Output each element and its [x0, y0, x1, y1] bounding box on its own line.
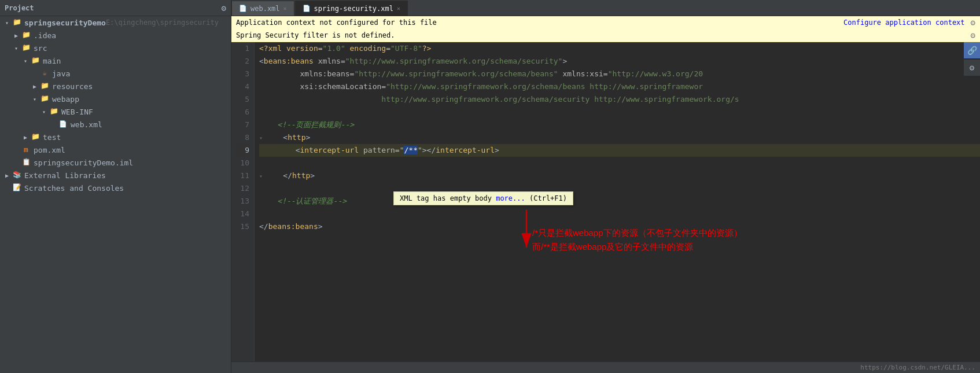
tooltip-text: XML tag has empty body: [400, 194, 496, 202]
line-number-8: 8: [236, 131, 249, 144]
sidebar-item-label: springsecurityDemo: [24, 19, 106, 27]
sidebar-item-external-libs[interactable]: ▶📚External Libraries: [0, 169, 231, 182]
tab-web-xml-icon: 📄: [239, 5, 247, 12]
sidebar-item-src[interactable]: ▾📁src: [0, 42, 231, 54]
code-line-1: <?xml version="1.0" encoding="UTF-8"?>: [259, 42, 980, 55]
line-number-6: 6: [236, 106, 249, 119]
sidebar-item-label: web.xml: [71, 120, 102, 129]
sidebar-item-label: .idea: [34, 31, 56, 40]
line-number-14: 14: [236, 208, 249, 220]
tooltip-more-link[interactable]: more...: [496, 194, 525, 202]
warning-context-text: Application context not configured for t…: [236, 19, 437, 27]
folder-icon: 📁: [21, 31, 31, 40]
tab-spring-security-label: spring-security.xml: [314, 5, 393, 13]
line-number-15: 15: [236, 220, 249, 233]
sidebar-item-label: External Libraries: [24, 171, 106, 180]
fold-icon[interactable]: ▾: [259, 173, 263, 179]
tooltip-shortcut: (Ctrl+F1): [529, 194, 567, 202]
arrow-icon: ▶: [12, 32, 21, 39]
line-number-2: 2: [236, 55, 249, 68]
line-number-9: 9: [236, 144, 249, 157]
sidebar-item-test[interactable]: ▶📁test: [0, 131, 231, 143]
sidebar-item-label: main: [43, 57, 61, 65]
arrow-icon: ▶: [21, 134, 30, 141]
sidebar-item-label: test: [43, 133, 61, 142]
settings-button[interactable]: ⚙: [964, 60, 980, 76]
arrow-icon: ▾: [30, 96, 39, 102]
folder-icon: 📁: [39, 82, 50, 91]
code-line-9: <intercept-url pattern="/**"></intercept…: [259, 144, 980, 157]
line-number-12: 12: [236, 182, 249, 195]
sidebar-item-label: src: [34, 44, 47, 53]
code-line-4: xsi:schemaLocation="http://www.springfra…: [259, 80, 980, 93]
tab-web-xml-label: web.xml: [250, 5, 280, 13]
sidebar-item-label: webapp: [52, 95, 79, 104]
status-bar: https://blog.csdn.net/GLEIA...: [231, 361, 980, 373]
sidebar-item-label: Scratches and Consoles: [24, 184, 124, 193]
warning-filter-text: Spring Security filter is not defined.: [236, 31, 395, 39]
sidebar-item-springsecuritydemo[interactable]: ▾📁springsecurityDemo E:\qingcheng\spring…: [0, 16, 231, 29]
tab-bar: 📄 web.xml ✕ 📄 spring-security.xml ✕: [231, 0, 980, 16]
code-line-10: [259, 157, 980, 169]
code-line-13: <!--认证管理器-->: [259, 195, 980, 208]
sidebar-item-label: pom.xml: [34, 146, 65, 154]
fold-icon[interactable]: ▾: [259, 135, 263, 141]
sidebar-item-web-inf[interactable]: ▾📁WEB-INF: [0, 105, 231, 118]
xml-icon: 📄: [58, 120, 68, 129]
sidebar-settings-icon[interactable]: ⚙: [222, 3, 226, 13]
line-number-3: 3: [236, 68, 249, 80]
code-line-6: [259, 106, 980, 119]
line-number-4: 4: [236, 80, 249, 93]
tab-web-xml-close[interactable]: ✕: [283, 5, 287, 12]
sidebar-item-pom-xml[interactable]: mpom.xml: [0, 143, 231, 156]
pom-icon: m: [21, 145, 31, 154]
sidebar-item-webapp[interactable]: ▾📁webapp: [0, 93, 231, 105]
tab-spring-security-close[interactable]: ✕: [397, 5, 400, 12]
sidebar-item-main[interactable]: ▾📁main: [0, 54, 231, 67]
tooltip-popup: XML tag has empty body more... (Ctrl+F1): [393, 191, 573, 205]
file-tree: ▾📁springsecurityDemo E:\qingcheng\spring…: [0, 16, 231, 194]
line-number-10: 10: [236, 157, 249, 169]
code-line-8: ▾ <http>: [259, 131, 980, 144]
annotation-line1: /*只是拦截webapp下的资源（不包子文件夹中的资源）: [532, 226, 742, 240]
sync-button[interactable]: 🔗: [964, 42, 980, 58]
code-line-2: <beans:beans xmlns="http://www.springfra…: [259, 55, 980, 68]
sidebar-item-java[interactable]: ☕java: [0, 67, 231, 80]
code-editor[interactable]: 123456789101112131415 <?xml version="1.0…: [231, 42, 980, 361]
sidebar-item-label: resources: [52, 82, 93, 91]
warning-gear-icon[interactable]: ⚙: [971, 18, 975, 27]
editor-action-buttons: 🔗 ⚙: [964, 42, 980, 76]
folder-icon: 📁: [39, 94, 50, 104]
warning-filter-gear-icon[interactable]: ⚙: [971, 31, 975, 40]
sidebar-title: Project: [5, 4, 219, 12]
project-icon: 📁: [12, 18, 22, 27]
tab-web-xml[interactable]: 📄 web.xml ✕: [231, 1, 294, 16]
warning-context: Application context not configured for t…: [231, 16, 980, 29]
sidebar-item-idea[interactable]: ▶📁.idea: [0, 29, 231, 42]
line-number-11: 11: [236, 169, 249, 182]
arrow-icon: ▶: [30, 83, 39, 90]
configure-context-link[interactable]: Configure application context: [843, 19, 965, 27]
warning-filter: Spring Security filter is not defined. ⚙: [231, 29, 980, 42]
code-line-5: http://www.springframework.org/schema/se…: [259, 93, 980, 106]
sidebar-item-web-xml[interactable]: 📄web.xml: [0, 118, 231, 131]
status-url: https://blog.csdn.net/GLEIA...: [860, 364, 975, 371]
sidebar-header: Project ⚙: [0, 0, 231, 16]
folder-icon: 📝: [12, 183, 22, 193]
code-line-11: ▾ </http>: [259, 169, 980, 182]
tab-spring-security[interactable]: 📄 spring-security.xml ✕: [295, 1, 408, 16]
sidebar-item-label: java: [52, 69, 70, 78]
sidebar-item-resources[interactable]: ▶📁resources: [0, 80, 231, 93]
code-line-7: <!--页面拦截规则-->: [259, 119, 980, 131]
sidebar-item-springsecurity-iml[interactable]: 📋springsecurityDemo.iml: [0, 156, 231, 169]
sidebar-item-scratches[interactable]: 📝Scratches and Consoles: [0, 182, 231, 194]
sidebar-item-label: springsecurityDemo.iml: [34, 158, 133, 167]
code-line-3: xmlns:beans="http://www.springframework.…: [259, 68, 980, 80]
folder-icon: 📁: [30, 56, 40, 65]
arrow-icon: ▾: [12, 45, 21, 51]
folder-icon: 📁: [30, 132, 40, 142]
annotation-text: /*只是拦截webapp下的资源（不包子文件夹中的资源） 而/**是拦截weba…: [532, 226, 742, 254]
editor-area: 📄 web.xml ✕ 📄 spring-security.xml ✕ Appl…: [231, 0, 980, 373]
arrow-icon: ▶: [2, 172, 12, 179]
iml-icon: 📋: [21, 158, 31, 167]
